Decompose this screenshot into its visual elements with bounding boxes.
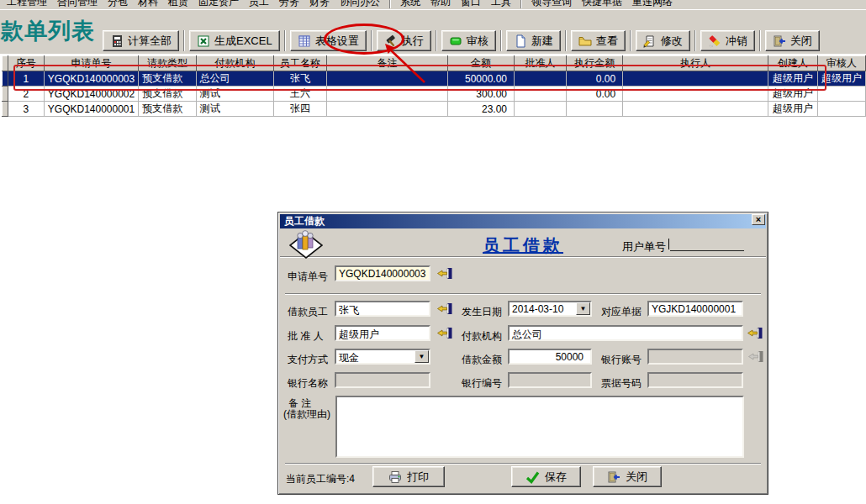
- cell-apply-no[interactable]: YGQKD140000003: [44, 71, 138, 87]
- menu-item[interactable]: 工程管理: [2, 0, 52, 9]
- cell-remark[interactable]: [326, 87, 447, 102]
- dialog-close-icon[interactable]: ×: [752, 214, 765, 225]
- hand-pointer-icon[interactable]: [437, 267, 452, 280]
- cell-exec-amount[interactable]: [567, 102, 623, 117]
- cell-amount[interactable]: 300.00: [448, 87, 515, 102]
- cell-approver[interactable]: [515, 87, 567, 102]
- col-header[interactable]: 付款机构: [196, 56, 274, 71]
- cell-employee[interactable]: 张四: [274, 102, 327, 117]
- menu-item[interactable]: 财务: [304, 0, 335, 9]
- view-button[interactable]: 查看: [571, 30, 626, 51]
- col-header[interactable]: 员工名称: [274, 56, 327, 71]
- table-row[interactable]: 3 YGQKD140000001 预支借款 测试 张四 23.00 超级用户: [3, 102, 866, 117]
- amount-input[interactable]: 50000: [508, 349, 592, 365]
- date-dropdown-icon[interactable]: ▼: [576, 302, 590, 315]
- print-button[interactable]: 打印: [372, 466, 445, 487]
- menu-item[interactable]: 重连网络: [627, 0, 678, 9]
- cell-remark[interactable]: [326, 102, 447, 117]
- cell-type[interactable]: 预支借款: [139, 71, 196, 87]
- cell-exec-amount[interactable]: 0.00: [567, 71, 623, 87]
- table-settings-button[interactable]: 表格设置: [290, 30, 367, 51]
- menu-item[interactable]: 领导查询: [526, 0, 577, 9]
- cell-amount[interactable]: 50000.00: [448, 71, 515, 87]
- apply-no-input[interactable]: YGQKD140000003: [335, 265, 430, 281]
- menu-item[interactable]: 工具: [486, 0, 516, 9]
- menu-item[interactable]: 劳务: [274, 0, 304, 9]
- cell-approver[interactable]: [515, 102, 567, 117]
- cell-auditor[interactable]: [817, 87, 865, 102]
- dialog-close-button[interactable]: 关闭: [593, 466, 662, 487]
- export-excel-button[interactable]: 生成EXCEL: [189, 30, 280, 51]
- col-header[interactable]: 序号: [8, 56, 44, 71]
- calc-all-button[interactable]: 计算全部: [103, 30, 179, 51]
- cell-auditor[interactable]: [817, 102, 865, 117]
- pay-method-dropdown-icon[interactable]: ▼: [415, 350, 429, 363]
- cell-apply-no[interactable]: YGQKD140000001: [44, 102, 138, 117]
- dialog-titlebar[interactable]: 员工借款: [280, 214, 766, 228]
- borrower-input[interactable]: 张飞: [335, 301, 430, 317]
- cell-executor[interactable]: [623, 102, 768, 117]
- reverse-button[interactable]: 冲销: [700, 30, 755, 51]
- pay-org-input[interactable]: 总公司: [508, 325, 743, 341]
- col-header[interactable]: 金额: [448, 56, 515, 71]
- save-button[interactable]: 保存: [511, 466, 581, 487]
- hand-pointer-icon[interactable]: [437, 302, 452, 315]
- col-header[interactable]: 创建人: [768, 56, 818, 71]
- new-button[interactable]: 新建: [506, 30, 561, 51]
- audit-button[interactable]: 审核: [441, 30, 496, 51]
- cell-pay-org[interactable]: 总公司: [196, 71, 274, 87]
- execute-button[interactable]: 执行: [377, 30, 431, 51]
- cell-creator[interactable]: 超级用户: [768, 71, 818, 87]
- cell-executor[interactable]: [623, 87, 768, 102]
- cell-apply-no[interactable]: YGQKD140000002: [44, 87, 138, 102]
- menu-item[interactable]: 材料: [133, 0, 163, 9]
- menu-item[interactable]: 员工: [244, 0, 274, 9]
- cell-seq[interactable]: 2: [8, 87, 44, 102]
- menu-item[interactable]: 窗口: [456, 0, 486, 9]
- menu-item[interactable]: 系统: [395, 0, 425, 9]
- menu-item[interactable]: 固定资产: [193, 0, 244, 9]
- toolbar-separator: [565, 30, 567, 51]
- col-header[interactable]: 审核人: [817, 56, 865, 71]
- cell-pay-org[interactable]: 测试: [196, 87, 274, 102]
- col-header[interactable]: 批准人: [515, 56, 567, 71]
- cell-pay-org[interactable]: 测试: [196, 102, 274, 117]
- cell-type[interactable]: 预支借款: [139, 87, 196, 102]
- calculator-icon: [110, 34, 124, 48]
- hand-pointer-icon[interactable]: [437, 327, 452, 339]
- menu-item[interactable]: 分包: [103, 0, 133, 9]
- pay-org-label: 付款机构: [462, 329, 502, 344]
- cell-amount[interactable]: 23.00: [448, 102, 515, 117]
- col-header[interactable]: 执行人: [623, 56, 768, 71]
- cell-auditor[interactable]: 超级用户: [817, 71, 865, 87]
- hand-pointer-icon[interactable]: [747, 327, 763, 339]
- cell-employee[interactable]: 张飞: [274, 71, 327, 87]
- remark-textarea[interactable]: [335, 396, 744, 458]
- cell-type[interactable]: 预支借款: [139, 102, 196, 117]
- cell-employee[interactable]: 王六: [274, 87, 327, 102]
- cell-approver[interactable]: [515, 71, 567, 87]
- cell-executor[interactable]: [623, 71, 768, 87]
- col-header[interactable]: 执行金额: [567, 56, 623, 71]
- table-row[interactable]: 1 YGQKD140000003 预支借款 总公司 张飞 50000.00 0.…: [3, 71, 866, 87]
- cell-exec-amount[interactable]: 0.00: [567, 87, 623, 102]
- cell-creator[interactable]: 超级用户: [768, 87, 818, 102]
- ref-doc-input[interactable]: YGJKD140000001: [647, 301, 743, 317]
- col-header[interactable]: 申请单号: [44, 56, 138, 71]
- cell-seq[interactable]: 3: [8, 102, 44, 117]
- menu-item[interactable]: 租赁: [163, 0, 193, 9]
- menu-item[interactable]: 快捷单据: [577, 0, 627, 9]
- cell-seq[interactable]: 1: [8, 71, 44, 87]
- menu-item[interactable]: 合同管理: [52, 0, 103, 9]
- cell-creator[interactable]: 超级用户: [768, 102, 818, 117]
- modify-button[interactable]: 修改: [636, 30, 690, 51]
- user-no-input[interactable]: [670, 237, 744, 251]
- menu-item[interactable]: 协同办公: [335, 0, 385, 9]
- menu-item[interactable]: 帮助: [425, 0, 456, 9]
- close-button[interactable]: 关闭: [765, 30, 820, 51]
- approver-input[interactable]: 超级用户: [335, 325, 430, 341]
- col-header[interactable]: 请款类型: [139, 56, 196, 71]
- col-header[interactable]: 备注: [326, 56, 447, 71]
- table-row[interactable]: 2 YGQKD140000002 预支借款 测试 王六 300.00 0.00 …: [3, 87, 866, 102]
- cell-remark[interactable]: [326, 71, 447, 87]
